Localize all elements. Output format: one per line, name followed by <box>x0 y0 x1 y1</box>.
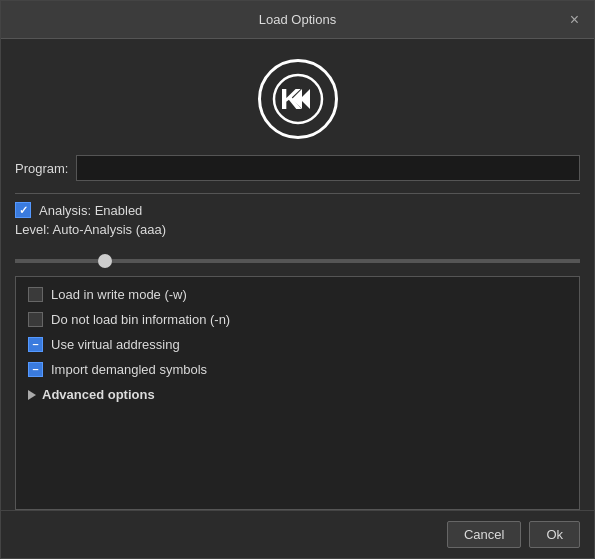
ok-button[interactable]: Ok <box>529 521 580 548</box>
program-row: Program: <box>15 155 580 181</box>
write-mode-checkbox[interactable] <box>28 287 43 302</box>
level-row: Level: Auto-Analysis (aaa) <box>15 222 580 237</box>
virtual-addressing-checkbox[interactable] <box>28 337 43 352</box>
option-row-demangled: Import demangled symbols <box>28 362 567 377</box>
advanced-expand-icon <box>28 390 36 400</box>
title-bar: Load Options × <box>1 1 594 39</box>
analysis-label: Analysis: Enabled <box>39 203 142 218</box>
load-options-dialog: Load Options × K Program: Analys <box>0 0 595 559</box>
content-area: Program: Analysis: Enabled Level: Auto-A… <box>1 155 594 510</box>
option-row-write-mode: Load in write mode (-w) <box>28 287 567 302</box>
program-label: Program: <box>15 161 68 176</box>
separator <box>15 193 580 194</box>
dialog-footer: Cancel Ok <box>1 510 594 558</box>
write-mode-label: Load in write mode (-w) <box>51 287 187 302</box>
analysis-checkbox[interactable] <box>15 202 31 218</box>
virtual-addressing-label: Use virtual addressing <box>51 337 180 352</box>
logo-svg: K <box>272 73 324 125</box>
analysis-row: Analysis: Enabled <box>15 202 580 218</box>
dialog-title: Load Options <box>259 12 336 27</box>
options-box: Load in write mode (-w) Do not load bin … <box>15 276 580 510</box>
no-bin-checkbox[interactable] <box>28 312 43 327</box>
level-label: Level: Auto-Analysis (aaa) <box>15 222 166 237</box>
app-logo: K <box>258 59 338 139</box>
advanced-options-row[interactable]: Advanced options <box>28 387 567 402</box>
demangled-checkbox[interactable] <box>28 362 43 377</box>
demangled-label: Import demangled symbols <box>51 362 207 377</box>
no-bin-label: Do not load bin information (-n) <box>51 312 230 327</box>
program-input[interactable] <box>76 155 580 181</box>
slider-container <box>15 251 580 266</box>
cancel-button[interactable]: Cancel <box>447 521 521 548</box>
logo-area: K <box>1 39 594 155</box>
option-row-no-bin: Do not load bin information (-n) <box>28 312 567 327</box>
option-row-virtual: Use virtual addressing <box>28 337 567 352</box>
level-slider[interactable] <box>15 259 580 263</box>
close-button[interactable]: × <box>565 10 584 30</box>
advanced-options-label: Advanced options <box>42 387 155 402</box>
